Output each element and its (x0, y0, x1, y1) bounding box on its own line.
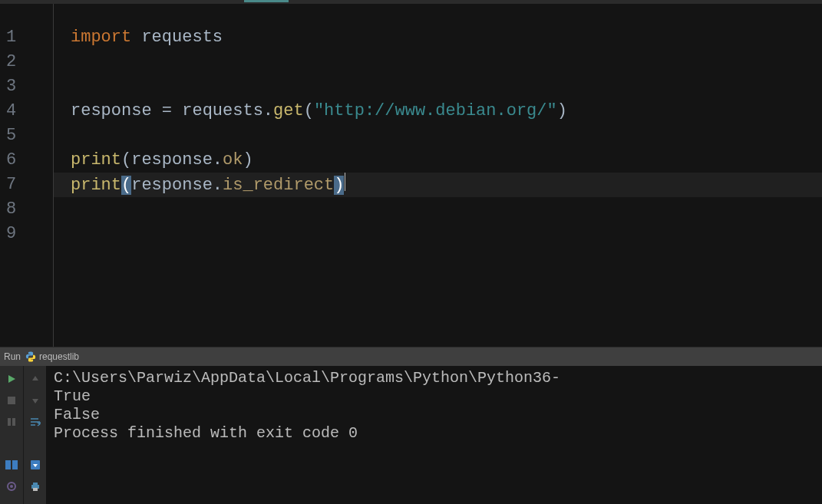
run-toolbar-secondary (23, 366, 46, 504)
python-icon (25, 351, 36, 362)
line-number: 8 (0, 197, 53, 222)
module-requests: requests (141, 28, 223, 47)
code-line-8[interactable] (71, 197, 822, 222)
tab-indicator (244, 0, 289, 2)
line-gutter: 1 2 3 4 5 6 7 8 9 (0, 4, 54, 347)
console-line: C:\Users\Parwiz\AppData\Local\Programs\P… (54, 369, 814, 387)
run-header[interactable]: Run requestlib (0, 348, 822, 366)
line-number: 4 (0, 99, 53, 124)
print-button[interactable] (27, 478, 44, 495)
line-number: 3 (0, 74, 53, 99)
text-cursor (345, 173, 345, 191)
line-number: 6 (0, 148, 53, 173)
scroll-to-end-button[interactable] (27, 456, 44, 473)
debug-button[interactable] (3, 478, 20, 495)
keyword-import: import (71, 28, 131, 47)
line-number: 7 (0, 173, 53, 197)
run-tool-window: Run requestlib (0, 347, 822, 504)
code-line-2[interactable] (71, 50, 822, 74)
line-number: 9 (0, 222, 53, 246)
code-line-6[interactable]: print(response.ok) (71, 148, 822, 173)
code-line-1[interactable]: import requests (71, 25, 822, 50)
svg-rect-4 (12, 460, 18, 469)
layout-button[interactable] (3, 456, 20, 473)
code-content[interactable]: import requests response = requests.get(… (54, 4, 822, 347)
matched-paren-open: ( (121, 176, 131, 195)
run-toolbar-primary (0, 366, 23, 504)
console-line: False (54, 406, 814, 424)
run-title: Run (4, 351, 21, 362)
svg-rect-9 (33, 483, 38, 485)
scroll-up-button[interactable] (27, 371, 44, 387)
scroll-down-button[interactable] (27, 392, 44, 409)
svg-rect-2 (12, 418, 15, 426)
stop-button[interactable] (3, 392, 20, 409)
console-exit-line: Process finished with exit code 0 (54, 424, 814, 443)
line-number: 2 (0, 50, 53, 74)
matched-paren-close: ) (334, 176, 344, 195)
soft-wrap-button[interactable] (27, 413, 44, 430)
code-line-5[interactable] (71, 124, 822, 148)
code-line-3[interactable] (71, 74, 822, 99)
line-number: 1 (0, 25, 53, 50)
console-output[interactable]: C:\Users\Parwiz\AppData\Local\Programs\P… (46, 366, 822, 504)
svg-rect-3 (5, 460, 11, 469)
svg-rect-1 (8, 418, 11, 426)
svg-point-6 (10, 485, 13, 488)
code-line-7[interactable]: print(response.is_redirect) (71, 173, 822, 197)
svg-rect-0 (8, 397, 15, 404)
pause-button[interactable] (3, 413, 20, 430)
line-number: 5 (0, 124, 53, 148)
svg-rect-10 (33, 488, 38, 491)
rerun-button[interactable] (3, 371, 20, 387)
code-line-9[interactable] (71, 222, 822, 246)
console-line: True (54, 387, 814, 406)
run-config-name: requestlib (39, 351, 79, 362)
code-editor[interactable]: 1 2 3 4 5 6 7 8 9 import requests respon… (0, 4, 822, 347)
code-line-4[interactable]: response = requests.get("http://www.debi… (71, 99, 822, 124)
